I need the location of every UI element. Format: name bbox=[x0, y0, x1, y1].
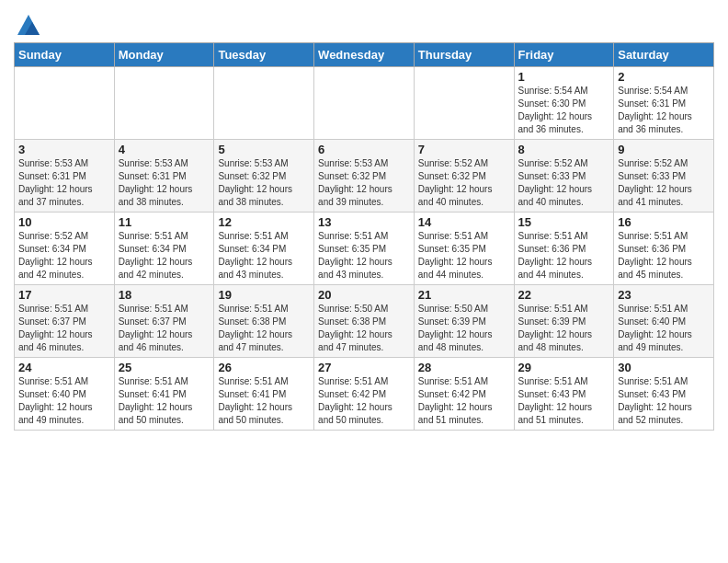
day-number: 22 bbox=[518, 288, 610, 302]
day-number: 1 bbox=[518, 70, 610, 84]
weekday-header-thursday: Thursday bbox=[414, 43, 514, 67]
logo bbox=[14, 13, 41, 35]
day-number: 24 bbox=[18, 361, 110, 374]
day-info: Sunrise: 5:51 AM Sunset: 6:41 PM Dayligh… bbox=[119, 375, 210, 427]
calendar-cell: 3Sunrise: 5:53 AM Sunset: 6:31 PM Daylig… bbox=[15, 140, 115, 213]
weekday-header-friday: Friday bbox=[514, 43, 614, 67]
weekday-header-saturday: Saturday bbox=[614, 43, 714, 67]
calendar-week-0: 1Sunrise: 5:54 AM Sunset: 6:30 PM Daylig… bbox=[15, 67, 714, 140]
calendar-cell: 25Sunrise: 5:51 AM Sunset: 6:41 PM Dayli… bbox=[114, 358, 214, 431]
weekday-header-sunday: Sunday bbox=[15, 43, 115, 67]
logo-icon bbox=[16, 13, 41, 39]
page: SundayMondayTuesdayWednesdayThursdayFrid… bbox=[0, 0, 728, 444]
day-number: 7 bbox=[418, 143, 510, 156]
day-number: 6 bbox=[318, 143, 410, 156]
calendar-cell: 9Sunrise: 5:52 AM Sunset: 6:33 PM Daylig… bbox=[614, 140, 714, 213]
day-info: Sunrise: 5:52 AM Sunset: 6:33 PM Dayligh… bbox=[618, 157, 710, 209]
weekday-header-wednesday: Wednesday bbox=[314, 43, 415, 67]
day-info: Sunrise: 5:51 AM Sunset: 6:40 PM Dayligh… bbox=[618, 303, 710, 354]
day-number: 18 bbox=[119, 288, 210, 302]
calendar-cell bbox=[314, 67, 415, 140]
day-info: Sunrise: 5:51 AM Sunset: 6:34 PM Dayligh… bbox=[119, 230, 210, 282]
day-info: Sunrise: 5:51 AM Sunset: 6:38 PM Dayligh… bbox=[218, 303, 310, 354]
calendar-cell: 19Sunrise: 5:51 AM Sunset: 6:38 PM Dayli… bbox=[214, 285, 314, 358]
calendar-cell: 28Sunrise: 5:51 AM Sunset: 6:42 PM Dayli… bbox=[414, 358, 514, 431]
calendar-cell: 13Sunrise: 5:51 AM Sunset: 6:35 PM Dayli… bbox=[314, 213, 415, 285]
day-number: 16 bbox=[618, 215, 710, 229]
day-info: Sunrise: 5:54 AM Sunset: 6:30 PM Dayligh… bbox=[518, 85, 610, 136]
day-info: Sunrise: 5:52 AM Sunset: 6:32 PM Dayligh… bbox=[418, 157, 510, 209]
weekday-header-tuesday: Tuesday bbox=[214, 43, 314, 67]
day-number: 20 bbox=[318, 288, 410, 302]
calendar-cell: 11Sunrise: 5:51 AM Sunset: 6:34 PM Dayli… bbox=[114, 213, 214, 285]
header bbox=[14, 9, 714, 35]
calendar-cell bbox=[414, 67, 514, 140]
day-info: Sunrise: 5:51 AM Sunset: 6:36 PM Dayligh… bbox=[518, 230, 610, 282]
calendar-cell: 22Sunrise: 5:51 AM Sunset: 6:39 PM Dayli… bbox=[514, 285, 614, 358]
day-number: 2 bbox=[618, 70, 710, 84]
day-number: 5 bbox=[218, 143, 310, 156]
day-number: 8 bbox=[518, 143, 610, 156]
day-number: 13 bbox=[318, 215, 410, 229]
calendar-cell: 14Sunrise: 5:51 AM Sunset: 6:35 PM Dayli… bbox=[414, 213, 514, 285]
day-info: Sunrise: 5:51 AM Sunset: 6:37 PM Dayligh… bbox=[18, 303, 110, 354]
day-number: 12 bbox=[218, 215, 310, 229]
calendar-cell: 16Sunrise: 5:51 AM Sunset: 6:36 PM Dayli… bbox=[614, 213, 714, 285]
calendar-cell: 5Sunrise: 5:53 AM Sunset: 6:32 PM Daylig… bbox=[214, 140, 314, 213]
calendar-cell: 21Sunrise: 5:50 AM Sunset: 6:39 PM Dayli… bbox=[414, 285, 514, 358]
day-number: 9 bbox=[618, 143, 710, 156]
day-info: Sunrise: 5:51 AM Sunset: 6:43 PM Dayligh… bbox=[618, 375, 710, 427]
day-info: Sunrise: 5:51 AM Sunset: 6:43 PM Dayligh… bbox=[518, 375, 610, 427]
day-info: Sunrise: 5:51 AM Sunset: 6:34 PM Dayligh… bbox=[218, 230, 310, 282]
calendar-cell: 17Sunrise: 5:51 AM Sunset: 6:37 PM Dayli… bbox=[15, 285, 115, 358]
day-number: 15 bbox=[518, 215, 610, 229]
day-number: 27 bbox=[318, 361, 410, 374]
day-number: 19 bbox=[218, 288, 310, 302]
calendar-cell: 24Sunrise: 5:51 AM Sunset: 6:40 PM Dayli… bbox=[15, 358, 115, 431]
calendar-cell: 12Sunrise: 5:51 AM Sunset: 6:34 PM Dayli… bbox=[214, 213, 314, 285]
calendar-cell: 2Sunrise: 5:54 AM Sunset: 6:31 PM Daylig… bbox=[614, 67, 714, 140]
day-info: Sunrise: 5:53 AM Sunset: 6:31 PM Dayligh… bbox=[18, 157, 110, 209]
day-info: Sunrise: 5:51 AM Sunset: 6:39 PM Dayligh… bbox=[518, 303, 610, 354]
calendar-week-1: 3Sunrise: 5:53 AM Sunset: 6:31 PM Daylig… bbox=[15, 140, 714, 213]
calendar-cell bbox=[214, 67, 314, 140]
day-number: 25 bbox=[119, 361, 210, 374]
calendar: SundayMondayTuesdayWednesdayThursdayFrid… bbox=[14, 42, 714, 431]
calendar-week-2: 10Sunrise: 5:52 AM Sunset: 6:34 PM Dayli… bbox=[15, 213, 714, 285]
day-info: Sunrise: 5:51 AM Sunset: 6:42 PM Dayligh… bbox=[418, 375, 510, 427]
day-info: Sunrise: 5:51 AM Sunset: 6:41 PM Dayligh… bbox=[218, 375, 310, 427]
day-info: Sunrise: 5:51 AM Sunset: 6:36 PM Dayligh… bbox=[618, 230, 710, 282]
day-info: Sunrise: 5:51 AM Sunset: 6:35 PM Dayligh… bbox=[318, 230, 410, 282]
day-number: 28 bbox=[418, 361, 510, 374]
day-number: 23 bbox=[618, 288, 710, 302]
weekday-header-monday: Monday bbox=[114, 43, 214, 67]
calendar-cell: 4Sunrise: 5:53 AM Sunset: 6:31 PM Daylig… bbox=[114, 140, 214, 213]
calendar-cell: 20Sunrise: 5:50 AM Sunset: 6:38 PM Dayli… bbox=[314, 285, 415, 358]
calendar-cell: 29Sunrise: 5:51 AM Sunset: 6:43 PM Dayli… bbox=[514, 358, 614, 431]
day-info: Sunrise: 5:50 AM Sunset: 6:39 PM Dayligh… bbox=[418, 303, 510, 354]
calendar-cell: 23Sunrise: 5:51 AM Sunset: 6:40 PM Dayli… bbox=[614, 285, 714, 358]
calendar-cell: 6Sunrise: 5:53 AM Sunset: 6:32 PM Daylig… bbox=[314, 140, 415, 213]
day-info: Sunrise: 5:52 AM Sunset: 6:34 PM Dayligh… bbox=[18, 230, 110, 282]
day-info: Sunrise: 5:50 AM Sunset: 6:38 PM Dayligh… bbox=[318, 303, 410, 354]
day-info: Sunrise: 5:53 AM Sunset: 6:31 PM Dayligh… bbox=[119, 157, 210, 209]
day-info: Sunrise: 5:51 AM Sunset: 6:42 PM Dayligh… bbox=[318, 375, 410, 427]
day-number: 4 bbox=[119, 143, 210, 156]
calendar-cell: 18Sunrise: 5:51 AM Sunset: 6:37 PM Dayli… bbox=[114, 285, 214, 358]
day-number: 11 bbox=[119, 215, 210, 229]
day-info: Sunrise: 5:51 AM Sunset: 6:35 PM Dayligh… bbox=[418, 230, 510, 282]
day-number: 26 bbox=[218, 361, 310, 374]
day-number: 3 bbox=[18, 143, 110, 156]
calendar-cell: 8Sunrise: 5:52 AM Sunset: 6:33 PM Daylig… bbox=[514, 140, 614, 213]
day-info: Sunrise: 5:53 AM Sunset: 6:32 PM Dayligh… bbox=[218, 157, 310, 209]
calendar-cell bbox=[15, 67, 115, 140]
calendar-cell: 15Sunrise: 5:51 AM Sunset: 6:36 PM Dayli… bbox=[514, 213, 614, 285]
calendar-cell: 7Sunrise: 5:52 AM Sunset: 6:32 PM Daylig… bbox=[414, 140, 514, 213]
day-info: Sunrise: 5:51 AM Sunset: 6:40 PM Dayligh… bbox=[18, 375, 110, 427]
day-number: 14 bbox=[418, 215, 510, 229]
calendar-cell bbox=[114, 67, 214, 140]
day-number: 10 bbox=[18, 215, 110, 229]
calendar-cell: 1Sunrise: 5:54 AM Sunset: 6:30 PM Daylig… bbox=[514, 67, 614, 140]
calendar-cell: 26Sunrise: 5:51 AM Sunset: 6:41 PM Dayli… bbox=[214, 358, 314, 431]
calendar-cell: 10Sunrise: 5:52 AM Sunset: 6:34 PM Dayli… bbox=[15, 213, 115, 285]
